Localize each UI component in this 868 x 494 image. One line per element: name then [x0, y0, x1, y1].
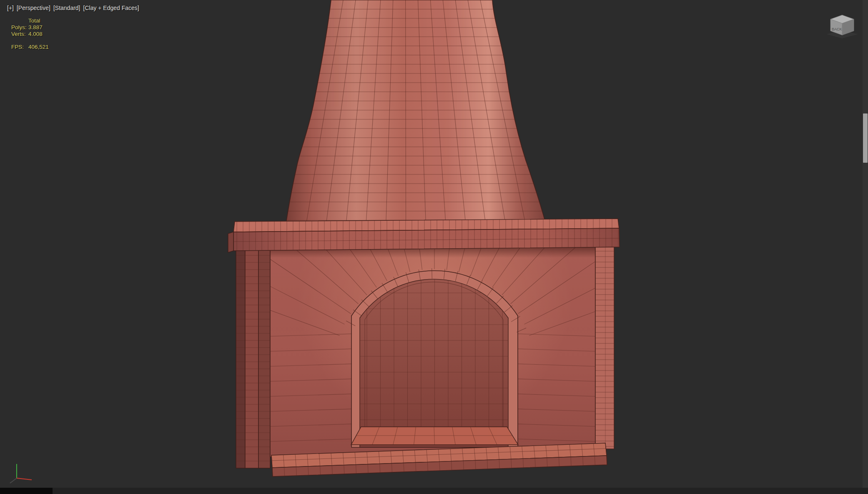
- viewport-canvas[interactable]: [0, 0, 868, 494]
- viewport-label: [+] [Perspective] [Standard] [Clay + Edg…: [7, 5, 139, 11]
- stats-fps-value: 406,521: [28, 44, 49, 50]
- stats-verts-value: 4.008: [28, 31, 43, 38]
- viewport-general-menu[interactable]: [+]: [7, 5, 14, 11]
- bottom-left-block: [0, 488, 53, 494]
- fireplace-mantel: [228, 216, 620, 253]
- statistics-overlay: Total Polys: 3.887 Verts: 4.008 FPS: 406…: [11, 18, 49, 50]
- vertical-scrollbar-thumb[interactable]: [863, 113, 868, 163]
- stats-polys-row: Polys: 3.887: [11, 24, 49, 31]
- bottom-strip: [53, 488, 868, 494]
- stats-fps-row: FPS: 406,521: [11, 44, 49, 50]
- viewcube[interactable]: BACK: [822, 10, 865, 44]
- stats-polys-value: 3.887: [28, 24, 43, 31]
- stats-total-header: Total: [28, 18, 40, 24]
- stats-verts-row: Verts: 4.008: [11, 31, 49, 38]
- stats-verts-label: Verts:: [11, 31, 28, 38]
- stats-polys-label: Polys:: [11, 24, 28, 31]
- viewport: [+] [Perspective] [Standard] [Clay + Edg…: [0, 0, 868, 494]
- viewport-pov-menu[interactable]: [Perspective]: [17, 5, 50, 11]
- firebox-opening: [346, 268, 526, 447]
- viewport-standard-menu[interactable]: [Standard]: [53, 5, 80, 11]
- viewport-shading-menu[interactable]: [Clay + Edged Faces]: [83, 5, 139, 11]
- viewcube-face-label: BACK: [832, 27, 842, 31]
- stats-header-row: Total: [11, 18, 49, 24]
- vertical-scrollbar-track[interactable]: [863, 0, 868, 494]
- stats-fps-label: FPS:: [11, 44, 28, 50]
